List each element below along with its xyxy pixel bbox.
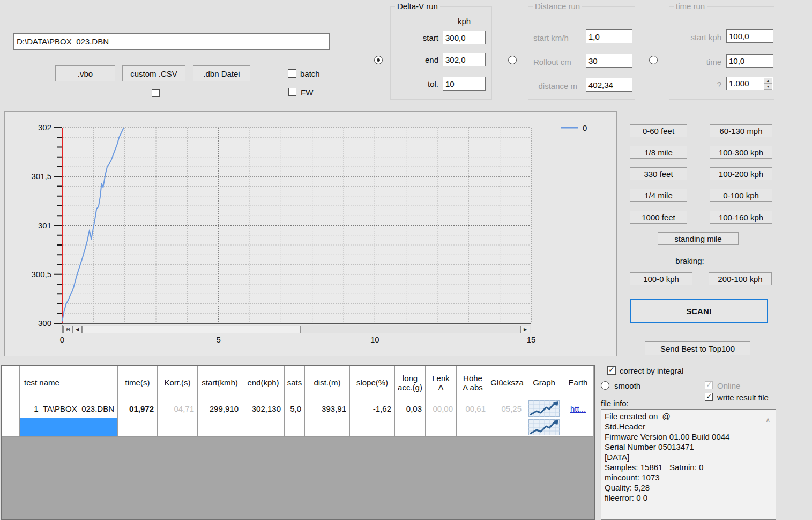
table-cell[interactable]: 04,71 bbox=[158, 399, 198, 418]
table-cell[interactable] bbox=[285, 418, 305, 437]
column-header[interactable]: test name bbox=[20, 366, 118, 399]
column-header[interactable]: Höhe Δ abs bbox=[457, 366, 489, 399]
table-cell[interactable] bbox=[350, 418, 395, 437]
earth-link[interactable]: htt... bbox=[570, 404, 586, 413]
table-cell[interactable] bbox=[118, 418, 158, 437]
spinner-down-icon[interactable]: ▼ bbox=[764, 84, 772, 90]
vbo-button[interactable]: .vbo bbox=[55, 65, 115, 81]
distance-start-field[interactable]: 1,0 bbox=[586, 29, 632, 43]
table-cell[interactable]: 5,0 bbox=[285, 399, 305, 418]
table-cell[interactable] bbox=[198, 418, 242, 437]
correct-by-integral-checkbox[interactable] bbox=[607, 366, 616, 375]
custom-csv-button[interactable]: custom .CSV bbox=[122, 65, 185, 81]
distance-radio[interactable] bbox=[508, 56, 517, 64]
column-header[interactable]: dist.(m) bbox=[305, 366, 350, 399]
table-cell[interactable] bbox=[305, 418, 350, 437]
file-info-text[interactable]: File created on @ Std.Header Firmware Ve… bbox=[601, 409, 776, 520]
table-cell[interactable]: 00,61 bbox=[457, 399, 489, 418]
end-speed-field[interactable]: 302,0 bbox=[443, 53, 486, 66]
btn-0-60-feet[interactable]: 0-60 feet bbox=[630, 124, 687, 137]
table-cell[interactable]: 0,03 bbox=[395, 399, 426, 418]
fw-checkbox[interactable] bbox=[288, 88, 296, 96]
rollout-field[interactable]: 30 bbox=[586, 54, 632, 68]
btn-standing-mile[interactable]: standing mile bbox=[658, 232, 739, 245]
btn-100-200-kph[interactable]: 100-200 kph bbox=[710, 167, 772, 180]
start-speed-field[interactable]: 300,0 bbox=[443, 31, 486, 44]
write-result-file-checkbox[interactable] bbox=[705, 393, 713, 401]
dbn-datei-button[interactable]: .dbn Datei bbox=[193, 65, 250, 81]
chart-scrollbar[interactable]: ⊖ ◀ ▶ bbox=[62, 325, 531, 333]
scrollbar-thumb[interactable] bbox=[82, 326, 301, 333]
table-cell[interactable]: 00,00 bbox=[426, 399, 457, 418]
row-header-cell[interactable] bbox=[2, 418, 20, 437]
scroll-up-icon[interactable]: ∧ bbox=[765, 416, 771, 424]
btn-0-100-kph[interactable]: 0-100 kph bbox=[710, 189, 772, 202]
btn-200-100-kph[interactable]: 200-100 kph bbox=[709, 272, 772, 285]
column-header[interactable]: Earth bbox=[563, 366, 593, 399]
table-cell[interactable] bbox=[242, 418, 285, 437]
table-cell[interactable]: 299,910 bbox=[198, 399, 242, 418]
table-cell[interactable] bbox=[426, 418, 457, 437]
scroll-left-icon[interactable]: ◀ bbox=[72, 326, 82, 333]
column-header[interactable]: sats bbox=[285, 366, 305, 399]
btn-330-feet[interactable]: 330 feet bbox=[630, 167, 687, 180]
end-label: end bbox=[397, 54, 438, 65]
column-header[interactable]: Glücksza bbox=[489, 366, 525, 399]
column-header[interactable]: Lenk Δ bbox=[426, 366, 457, 399]
scan-button[interactable]: SCAN! bbox=[630, 299, 768, 323]
graph-icon[interactable] bbox=[528, 419, 560, 435]
table-cell[interactable] bbox=[525, 418, 563, 437]
factor-spinner[interactable]: 1.000 ▲ ▼ bbox=[726, 77, 773, 90]
table-cell[interactable] bbox=[563, 418, 593, 437]
time-start-field[interactable]: 100,0 bbox=[726, 29, 773, 43]
table-row[interactable] bbox=[2, 418, 594, 437]
zoom-out-icon[interactable]: ⊖ bbox=[63, 326, 73, 333]
delta-v-group-title: Delta-V run bbox=[395, 2, 440, 11]
batch-checkbox[interactable] bbox=[288, 69, 296, 78]
btn-1000-feet[interactable]: 1000 feet bbox=[630, 211, 687, 224]
table-cell[interactable]: htt... bbox=[563, 399, 593, 418]
table-cell[interactable] bbox=[395, 418, 426, 437]
column-header[interactable]: time(s) bbox=[118, 366, 158, 399]
btn-1-4-mile[interactable]: 1/4 mile bbox=[630, 189, 687, 202]
tolerance-field[interactable]: 10 bbox=[443, 77, 486, 91]
smooth-radio[interactable] bbox=[601, 381, 609, 390]
column-header[interactable]: long acc.(g) bbox=[395, 366, 426, 399]
table-cell[interactable] bbox=[457, 418, 489, 437]
table-cell[interactable]: 01,972 bbox=[118, 399, 158, 418]
table-cell[interactable] bbox=[158, 418, 198, 437]
table-cell[interactable] bbox=[20, 418, 118, 437]
online-checkbox bbox=[705, 381, 713, 389]
row-header-cell[interactable] bbox=[2, 399, 20, 418]
table-cell[interactable] bbox=[489, 418, 525, 437]
btn-60-130-mph[interactable]: 60-130 mph bbox=[710, 124, 772, 137]
graph-icon[interactable] bbox=[528, 400, 560, 417]
delta-v-radio[interactable] bbox=[374, 56, 383, 64]
time-field[interactable]: 10,0 bbox=[726, 54, 773, 68]
column-header[interactable]: slope(%) bbox=[350, 366, 395, 399]
column-header[interactable]: Korr.(s) bbox=[158, 366, 198, 399]
column-header[interactable]: Graph bbox=[525, 366, 563, 399]
table-cell[interactable]: -1,62 bbox=[350, 399, 395, 418]
column-header[interactable]: start(kmh) bbox=[198, 366, 242, 399]
column-header[interactable]: end(kph) bbox=[242, 366, 285, 399]
send-best-button[interactable]: Send Best to Top100 bbox=[645, 341, 750, 355]
spinner-up-icon[interactable]: ▲ bbox=[764, 78, 772, 84]
file-path-input[interactable] bbox=[13, 33, 330, 50]
table-cell[interactable] bbox=[525, 399, 563, 418]
csv-option-checkbox[interactable] bbox=[152, 89, 160, 97]
btn-1-8-mile[interactable]: 1/8 mile bbox=[630, 146, 687, 159]
table-cell[interactable]: 302,130 bbox=[242, 399, 285, 418]
scroll-right-icon[interactable]: ▶ bbox=[520, 326, 530, 333]
start-kph-label: start kph bbox=[674, 32, 721, 42]
table-cell[interactable]: 05,25 bbox=[489, 399, 525, 418]
correct-by-integral-label: correct by integral bbox=[620, 366, 683, 375]
table-cell[interactable]: 393,91 bbox=[305, 399, 350, 418]
table-row[interactable]: 1_TA\PBOX_023.DBN01,97204,71299,910302,1… bbox=[2, 399, 594, 418]
btn-100-0-kph[interactable]: 100-0 kph bbox=[630, 272, 692, 285]
btn-100-300-kph[interactable]: 100-300 kph bbox=[710, 146, 772, 159]
time-radio[interactable] bbox=[649, 56, 658, 64]
btn-100-160-kph[interactable]: 100-160 kph bbox=[710, 211, 772, 224]
table-cell[interactable]: 1_TA\PBOX_023.DBN bbox=[20, 399, 118, 418]
distance-m-field[interactable]: 402,34 bbox=[586, 78, 632, 92]
